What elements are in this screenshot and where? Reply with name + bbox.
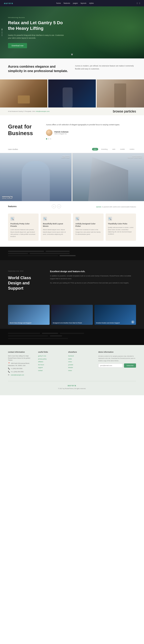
link-bar-info: A full-featured Gantry 5 Template. Info:… <box>8 110 50 112</box>
filter-tag-branding[interactable]: branding <box>100 148 109 150</box>
footer-link-gantry[interactable]: gantry 5 cms <box>38 355 64 357</box>
footer-link-support-a[interactable]: support <box>38 367 42 368</box>
footer-twitter-link[interactable]: twitter <box>68 358 72 360</box>
footer-social-vimeo2[interactable]: vimeo <box>68 370 94 372</box>
nav-layouts[interactable]: layouts <box>80 2 86 4</box>
footer-vimeo2-link[interactable]: vimeo <box>68 370 72 371</box>
intro-body: Aurora is modern, yet refined. Its exten… <box>75 64 136 71</box>
link-bar: A full-featured Gantry 5 Template. Info:… <box>0 108 144 115</box>
play-icon[interactable]: ▶ <box>131 320 134 324</box>
footer-link-gantry-a[interactable]: gantry 5 cms <box>38 355 46 356</box>
pagination-dot-2[interactable] <box>48 138 49 140</box>
feature-desc-4: Quality nulla accumsan in consec. Lorem … <box>108 226 134 235</box>
dark-images-section: World Class Design and Support Designed … <box>0 301 144 329</box>
dark-image-3[interactable]: Detailed Guides and Active Support ▶ <box>94 305 136 325</box>
pagination-dot-3[interactable] <box>50 138 51 140</box>
nav-links: home features pages layouts styles <box>56 2 94 4</box>
features-next-button[interactable]: › <box>57 204 61 208</box>
bottom-bar-row-3 <box>8 338 136 339</box>
footer-link-forum-a[interactable]: the forum <box>38 364 44 366</box>
footer-social-youtube[interactable]: youtube <box>68 364 94 366</box>
browse-particles-link[interactable]: browse particles <box>113 110 136 113</box>
footer-link-affiliates-a[interactable]: affiliates <box>38 361 43 362</box>
dark-image-1-label: World Class Design and Support <box>10 322 32 324</box>
navigation: aurora home features pages layouts style… <box>0 0 144 6</box>
footer-social-title: elsewhere <box>68 351 94 353</box>
footer-phone-1: 📞+1 (555) 555-5556 <box>8 368 34 370</box>
footer-link-support[interactable]: support <box>38 367 64 369</box>
portfolio-filter-bar: case studies new branding web mobile mot… <box>0 146 144 153</box>
nav-styles[interactable]: styles <box>89 2 94 4</box>
footer-phone-2: 📞+4.1 (555) 555-5556 <box>8 371 34 373</box>
feature-card-2: 🔍 Beautifully Bold Layout Moves Mauris b… <box>40 214 71 241</box>
footer-demo-col: demo information All demo content is for… <box>98 351 136 377</box>
nav-features[interactable]: features <box>64 2 70 4</box>
dark-placeholder-6 <box>60 255 76 256</box>
footer-linkedin-link[interactable]: linkedin <box>68 367 73 368</box>
bottom-bar-row-2 <box>8 336 136 336</box>
filter-case-studies-label: case studies <box>8 148 18 150</box>
nav-home[interactable]: home <box>56 2 61 4</box>
intro-left: Aurora combines elegance and simplicity … <box>8 64 75 74</box>
feature-card-3: 🔍 Artfully Designed Color Picker Select … <box>73 214 104 241</box>
link-bar-text: A full-featured Gantry 5 Template. Info: <box>8 110 36 112</box>
filter-tag-mobile[interactable]: mobile <box>118 148 126 150</box>
footer-link-contact[interactable]: contact <box>38 370 64 372</box>
link-bar-email[interactable]: info@example.com <box>36 110 50 112</box>
footer-social-linkedin[interactable]: linkedin <box>68 367 94 369</box>
dark-image-3-label: Detailed Guides and Active Support <box>96 322 120 324</box>
footer-youtube-link[interactable]: youtube <box>68 364 73 366</box>
feature-icon-2: 🔍 <box>43 217 47 221</box>
filter-tag-new[interactable]: new <box>92 148 98 150</box>
footer-social-col: elsewhere facebook twitter vimeo youtube… <box>68 351 94 377</box>
pagination-dot-1[interactable] <box>46 138 47 140</box>
location-icon: 📍 <box>8 362 10 365</box>
feature-desc-3: Select from hundreds of colors in the Go… <box>76 228 101 235</box>
testimonial-role: CEO of Apple Inc. <box>54 133 68 135</box>
feature-title-2: Beautifully Bold Layout Moves <box>43 223 69 227</box>
feature-desc-1: Lorem Aurora's featured color presets. M… <box>10 228 36 238</box>
dark-bar-row-1 <box>8 251 136 252</box>
footer-link-privacy-a[interactable]: privacy policy <box>38 358 46 360</box>
bottom-bar-2 <box>42 333 58 334</box>
footer-link-forum[interactable]: the forum <box>38 364 64 366</box>
portfolio-item-spike[interactable]: spike building new york, united states <box>72 153 144 201</box>
features-description: aurora is packed with useful and customi… <box>96 204 136 208</box>
search-icon-1: 🔍 <box>11 218 14 220</box>
facebook-icon[interactable]:  <box>137 2 138 4</box>
hero-cta-button[interactable]: Download now <box>8 43 27 48</box>
logo[interactable]: aurora <box>4 2 13 4</box>
footer-link-privacy[interactable]: privacy policy <box>38 358 64 360</box>
nav-pages[interactable]: pages <box>73 2 78 4</box>
features-label: features <box>8 205 16 208</box>
footer-social-twitter[interactable]: twitter <box>68 358 94 360</box>
twitter-icon[interactable]:  <box>139 2 140 4</box>
filter-tag-web[interactable]: web <box>111 148 117 150</box>
footer-vimeo-link[interactable]: vimeo <box>68 361 72 362</box>
footer-link-contact-a[interactable]: contact <box>38 370 42 371</box>
business-content: Aurora offers a rich selection of elegan… <box>46 123 136 140</box>
footer-bottom: aurora © 2017 by RocketTheme, All rights… <box>8 381 136 389</box>
footer-email-link[interactable]: name@example.com <box>11 374 24 376</box>
footer-link-affiliates[interactable]: affiliates <box>38 361 64 363</box>
dark-image-1[interactable]: World Class Design and Support <box>8 305 50 325</box>
building-shape-1 <box>22 161 50 201</box>
portfolio-name-spike: spike building <box>128 155 142 157</box>
footer-social-facebook[interactable]: facebook <box>68 355 94 357</box>
building-shape-2 <box>72 157 144 201</box>
bottom-bar-1 <box>8 333 40 334</box>
footer-disclaimer: All demo content is for sample purposes … <box>98 355 136 362</box>
footer-email-input[interactable] <box>98 364 123 368</box>
portfolio-loc-spike: new york, united states <box>128 157 142 158</box>
hero-leaves-decoration <box>80 6 144 58</box>
portfolio-item-egg-arena[interactable]: egg.arena madrid, spain samsung hq sydne… <box>0 153 72 201</box>
portfolio-title-egg: egg.arena madrid, spain <box>61 155 70 158</box>
footer-subscribe-button[interactable]: Subscribe <box>124 364 136 368</box>
dark-image-2[interactable]: Designed to be Intuitive from Start to F… <box>51 305 93 325</box>
features-prev-button[interactable]: ‹ <box>52 204 56 208</box>
footer-social-vimeo[interactable]: vimeo <box>68 361 94 363</box>
footer-facebook-link[interactable]: facebook <box>68 355 74 356</box>
filter-tag-motion[interactable]: motion <box>128 148 136 150</box>
feature-card-4: 🔍 Thankfully Color Picks Quality nulla a… <box>106 214 136 241</box>
search-icon-3: 🔍 <box>76 218 79 220</box>
